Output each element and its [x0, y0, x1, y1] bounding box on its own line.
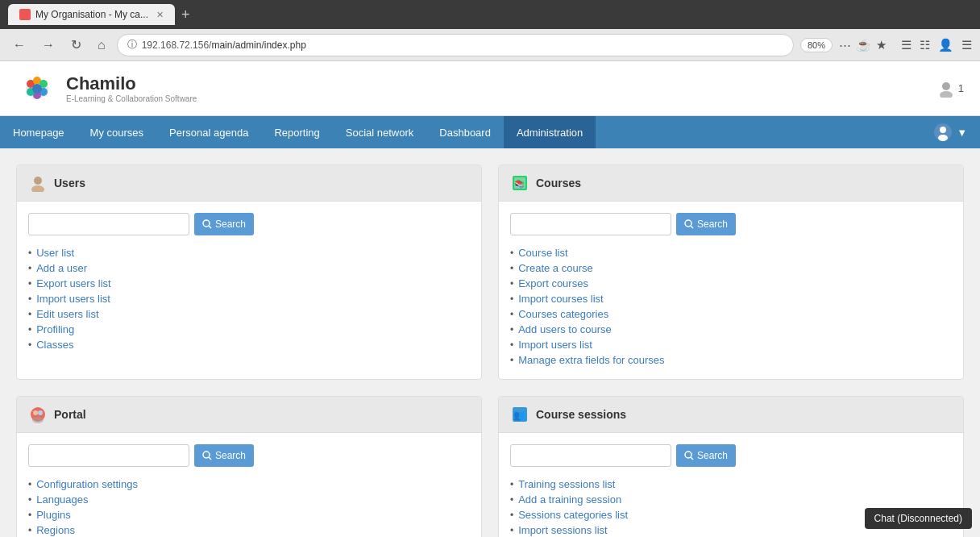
panel-link[interactable]: Sessions categories list — [518, 509, 628, 521]
shield-icon: ☕ — [856, 38, 871, 52]
panel-link[interactable]: User list — [36, 247, 74, 259]
nav-item-dashboard[interactable]: Dashboard — [426, 116, 504, 148]
list-item: Manage extra fields for courses — [510, 352, 952, 368]
reader-icon[interactable]: ☷ — [920, 38, 930, 52]
home-button[interactable]: ⌂ — [93, 35, 110, 56]
list-item: Regions — [28, 522, 470, 537]
nav-item-my-courses[interactable]: My courses — [77, 116, 156, 148]
panel-link[interactable]: Profiling — [36, 323, 74, 335]
panel-link[interactable]: Languages — [36, 493, 88, 506]
panel-body-courses: Search Course listCreate a courseExport … — [499, 202, 963, 379]
panel-link[interactable]: Import sessions list — [518, 524, 608, 536]
search-button-users[interactable]: Search — [194, 213, 254, 235]
panel-link[interactable]: Create a course — [518, 262, 593, 274]
nav-items: HomepageMy coursesPersonal agendaReporti… — [0, 116, 596, 148]
search-row-course-sessions: Search — [510, 444, 952, 467]
nav-item-homepage[interactable]: Homepage — [0, 116, 77, 148]
nav-item-personal-agenda[interactable]: Personal agenda — [156, 116, 261, 148]
back-button[interactable]: ← — [8, 35, 31, 56]
logo: Chamilo E-Learning & Collaboration Softw… — [16, 71, 197, 106]
panel-link[interactable]: Courses categories — [518, 308, 608, 320]
panel-link[interactable]: Classes — [36, 339, 73, 351]
search-row-courses: Search — [510, 213, 952, 235]
svg-line-31 — [691, 457, 693, 460]
panel-header-courses: 📚 Courses — [499, 165, 963, 202]
new-tab-button[interactable]: + — [181, 6, 190, 23]
nav-item-administration[interactable]: Administration — [504, 116, 596, 148]
search-input-course-sessions[interactable] — [510, 444, 671, 467]
svg-point-14 — [31, 185, 44, 192]
users-icon — [28, 173, 48, 193]
panel-link[interactable]: Add users to course — [518, 323, 612, 335]
panel-link[interactable]: Plugins — [36, 509, 71, 521]
svg-point-23 — [33, 410, 38, 415]
panel-link[interactable]: Course list — [518, 247, 567, 259]
more-options-icon[interactable]: ⋯ — [839, 38, 851, 52]
panel-link[interactable]: Configuration settings — [36, 478, 138, 490]
chat-badge[interactable]: Chat (Disconnected) — [865, 508, 972, 529]
search-input-users[interactable] — [28, 213, 189, 235]
profile-icon[interactable]: 👤 — [938, 38, 953, 52]
search-button-courses[interactable]: Search — [676, 213, 736, 235]
panel-link[interactable]: Import users list — [36, 293, 110, 305]
list-item: Create a course — [510, 260, 952, 276]
panel-links-courses: Course listCreate a courseExport courses… — [510, 245, 952, 368]
svg-point-8 — [942, 82, 950, 90]
panel-header-course-sessions: 👥 Course sessions — [499, 397, 963, 433]
panel-link[interactable]: Import users list — [518, 339, 592, 351]
forward-button[interactable]: → — [37, 35, 60, 56]
list-item: Export courses — [510, 276, 952, 291]
nav-profile-arrow: ▼ — [957, 127, 967, 139]
bookmark-icon[interactable]: ★ — [876, 38, 887, 52]
panel-title-users: Users — [54, 177, 85, 189]
panel-link[interactable]: Manage extra fields for courses — [518, 354, 664, 366]
panel-link[interactable]: Add a user — [36, 262, 87, 274]
user-badge[interactable]: 1 — [937, 80, 964, 98]
panel-courses: 📚 Courses Search Course listCreate a cou… — [498, 164, 964, 380]
menu-icon[interactable]: ☰ — [961, 38, 972, 52]
panel-link[interactable]: Add a training session — [518, 493, 621, 506]
list-item: Import courses list — [510, 291, 952, 306]
panel-body-portal: Search Configuration settingsLanguagesPl… — [17, 433, 481, 537]
nav-item-social-network[interactable]: Social network — [333, 116, 427, 148]
sessions-icon: 👥 — [510, 405, 529, 424]
search-button-course-sessions[interactable]: Search — [676, 444, 736, 467]
panel-header-users: Users — [17, 165, 481, 202]
url-display: 192.168.72.156/main/admin/index.php — [142, 40, 306, 51]
list-item: Export users list — [28, 276, 470, 291]
list-item: User list — [28, 245, 470, 260]
search-input-courses[interactable] — [510, 213, 671, 235]
panel-link[interactable]: Export courses — [518, 277, 588, 289]
svg-line-21 — [691, 226, 693, 228]
panel-portal: Portal Search Configuration settingsLang… — [16, 396, 482, 537]
panel-title-courses: Courses — [536, 177, 581, 189]
reload-button[interactable]: ↻ — [66, 34, 86, 56]
panels-grid: Users Search User listAdd a userExport u… — [16, 164, 964, 537]
panel-link[interactable]: Export users list — [36, 277, 110, 289]
nav-item-reporting[interactable]: Reporting — [261, 116, 332, 148]
list-item: Add a user — [28, 260, 470, 276]
svg-point-24 — [38, 410, 43, 415]
svg-line-27 — [209, 457, 211, 460]
nav-profile[interactable]: ▼ — [921, 123, 980, 141]
portal-icon — [28, 405, 48, 424]
browser-tab[interactable]: My Organisation - My ca... ✕ — [8, 4, 175, 25]
list-item: Classes — [28, 337, 470, 352]
svg-line-16 — [209, 226, 211, 228]
panel-link[interactable]: Training sessions list — [518, 478, 615, 490]
panel-link[interactable]: Import courses list — [518, 293, 603, 305]
panel-link[interactable]: Regions — [36, 524, 75, 536]
search-row-portal: Search — [28, 444, 470, 467]
tab-favicon — [19, 9, 31, 20]
user-icon — [937, 80, 955, 98]
browser-actions: ⋯ ☕ ★ — [839, 38, 887, 52]
browser-chrome: My Organisation - My ca... ✕ + — [0, 0, 980, 29]
library-icon[interactable]: ☰ — [901, 38, 911, 52]
panel-users: Users Search User listAdd a userExport u… — [16, 164, 482, 380]
search-button-portal[interactable]: Search — [194, 444, 254, 467]
list-item: Add users to course — [510, 322, 952, 337]
search-input-portal[interactable] — [28, 444, 189, 467]
panel-link[interactable]: Edit users list — [36, 308, 98, 320]
address-bar[interactable]: ⓘ 192.168.72.156/main/admin/index.php — [117, 34, 794, 56]
tab-close-button[interactable]: ✕ — [156, 10, 164, 20]
